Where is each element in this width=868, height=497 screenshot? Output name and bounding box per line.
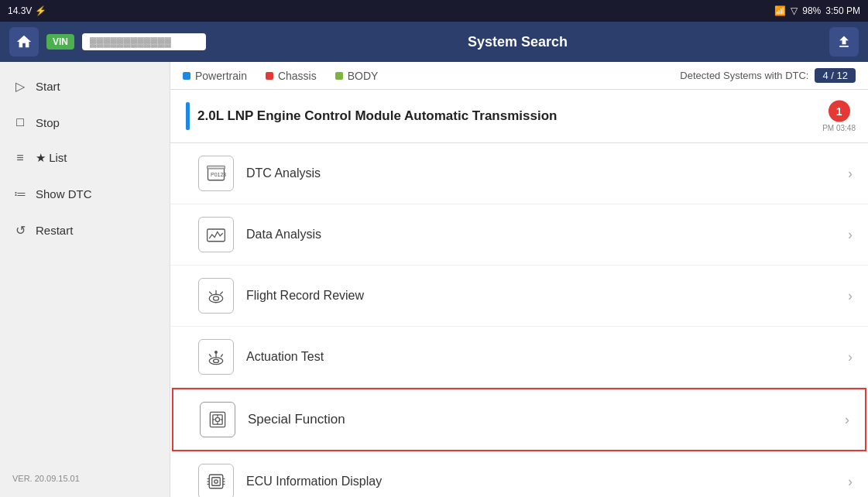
svg-point-14 — [215, 351, 218, 354]
svg-rect-23 — [212, 478, 221, 486]
sidebar-item-label: Show DTC — [36, 187, 92, 201]
home-button[interactable] — [9, 27, 39, 57]
svg-line-6 — [209, 292, 212, 295]
menu-list-auto: P0123 DTC Analysis › Data — [170, 143, 868, 497]
svg-point-10 — [214, 359, 219, 362]
dtc-analysis-icon: P0123 — [198, 156, 234, 191]
restart-icon: ↺ — [12, 223, 28, 238]
dtc-analysis-label: DTC Analysis — [246, 166, 321, 180]
flight-record-label: Flight Record Review — [246, 289, 364, 303]
svg-line-7 — [220, 292, 223, 295]
special-function-icon — [200, 402, 235, 437]
sidebar-item-label: Restart — [36, 224, 73, 237]
battery-percent: 98% — [802, 5, 821, 16]
tab-chassis-dot — [266, 72, 273, 80]
sidebar: ▷ Start □ Stop ≡ ★ List ≔ Show DTC ↺ Res… — [0, 62, 170, 497]
svg-point-17 — [215, 417, 219, 421]
data-analysis-label: Data Analysis — [246, 228, 321, 242]
actuation-test-label: Actuation Test — [246, 350, 324, 364]
page-title: System Search — [214, 34, 822, 50]
start-icon: ▷ — [12, 79, 28, 94]
actuation-test-icon — [198, 339, 234, 375]
menu-item-special-function[interactable]: Special Function › — [172, 388, 866, 451]
section-header-auto: 2.0L LNP Engine Control Module Automatic… — [170, 90, 868, 143]
menu-item-flight-record[interactable]: Flight Record Review › — [170, 266, 868, 327]
vin-value: ▓▓▓▓▓▓▓▓▓▓▓▓ — [82, 33, 206, 50]
status-bar: 14.3V ⚡ 📶 ▽ 98% 3:50 PM — [0, 0, 868, 22]
sidebar-item-show-dtc[interactable]: ≔ Show DTC — [0, 176, 170, 212]
tab-body-label: BODY — [348, 70, 379, 82]
menu-item-ecu-info[interactable]: ECU Information Display › — [170, 451, 868, 497]
ecu-info-label: ECU Information Display — [246, 475, 382, 488]
list-icon: ≡ — [12, 151, 28, 165]
tab-powertrain-dot — [183, 72, 190, 80]
main-layout: ▷ Start □ Stop ≡ ★ List ≔ Show DTC ↺ Res… — [0, 62, 868, 497]
version-label: VER. 20.09.15.01 — [0, 466, 170, 491]
svg-point-9 — [209, 358, 223, 365]
tab-powertrain-label: Powertrain — [195, 70, 247, 82]
tab-body[interactable]: BODY — [335, 70, 379, 82]
dtc-info-label: Detected Systems with DTC: — [680, 70, 808, 81]
signal-icon: 📶 — [774, 5, 786, 16]
menu-item-dtc-analysis[interactable]: P0123 DTC Analysis › — [170, 143, 868, 204]
special-function-label: Special Function — [248, 412, 345, 427]
section-bar-indicator — [186, 102, 190, 130]
dtc-info: Detected Systems with DTC: 4 / 12 — [680, 68, 856, 83]
flight-record-arrow: › — [848, 288, 853, 304]
sidebar-item-stop[interactable]: □ Stop — [0, 105, 170, 140]
data-analysis-arrow: › — [848, 227, 853, 243]
section-auto-transmission: 2.0L LNP Engine Control Module Automatic… — [170, 90, 868, 497]
tab-powertrain[interactable]: Powertrain — [183, 70, 247, 82]
sidebar-item-restart[interactable]: ↺ Restart — [0, 212, 170, 248]
svg-point-24 — [214, 480, 218, 483]
stop-icon: □ — [12, 115, 28, 129]
data-analysis-icon — [198, 217, 234, 252]
svg-point-4 — [209, 294, 223, 303]
sidebar-item-label: Start — [36, 80, 60, 93]
upload-button[interactable] — [829, 27, 859, 57]
ecu-info-icon — [198, 464, 234, 497]
actuation-test-arrow: › — [848, 349, 853, 365]
svg-rect-22 — [209, 475, 223, 488]
sidebar-item-label: ★ List — [36, 151, 67, 165]
show-dtc-icon: ≔ — [12, 187, 28, 201]
battery-voltage: 14.3V ⚡ — [8, 5, 46, 16]
badge-circle-auto: 1 — [829, 101, 850, 122]
top-nav: VIN ▓▓▓▓▓▓▓▓▓▓▓▓ System Search — [0, 22, 868, 62]
vin-badge: VIN — [46, 34, 74, 50]
section-badge-auto: 1 PM 03:48 — [822, 101, 856, 132]
content-area: Powertrain Chassis BODY Detected Systems… — [170, 62, 868, 497]
sidebar-item-start[interactable]: ▷ Start — [0, 68, 170, 105]
dtc-analysis-arrow: › — [848, 166, 853, 182]
clock: 3:50 PM — [825, 5, 860, 16]
badge-time-auto: PM 03:48 — [822, 124, 856, 132]
menu-item-data-analysis[interactable]: Data Analysis › — [170, 204, 868, 266]
svg-line-12 — [221, 355, 223, 358]
tab-chassis[interactable]: Chassis — [266, 70, 317, 82]
ecu-info-arrow: › — [848, 474, 853, 490]
wifi-icon: ▽ — [791, 5, 798, 16]
special-function-arrow: › — [845, 412, 849, 428]
section-title-auto: 2.0L LNP Engine Control Module Automatic… — [197, 108, 557, 124]
tab-body-dot — [335, 72, 343, 80]
tab-chassis-label: Chassis — [278, 70, 317, 82]
menu-item-actuation-test[interactable]: Actuation Test › — [170, 327, 868, 388]
sidebar-item-list[interactable]: ≡ ★ List — [0, 140, 170, 176]
svg-rect-2 — [208, 166, 225, 169]
tab-bar: Powertrain Chassis BODY Detected Systems… — [170, 62, 868, 90]
sidebar-item-label: Stop — [36, 116, 60, 129]
flight-record-icon — [198, 278, 234, 314]
dtc-count: 4 / 12 — [815, 68, 856, 83]
svg-point-5 — [214, 296, 219, 300]
svg-text:P0123: P0123 — [211, 172, 226, 177]
status-bar-right: 📶 ▽ 98% 3:50 PM — [774, 5, 860, 16]
svg-line-11 — [209, 355, 211, 358]
